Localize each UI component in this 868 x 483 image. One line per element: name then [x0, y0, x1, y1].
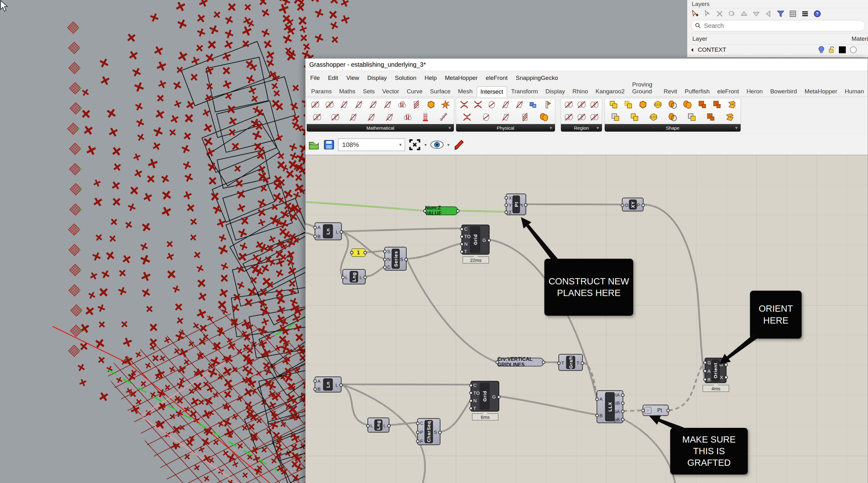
menu-display[interactable]: Display: [363, 73, 391, 83]
series-in-N[interactable]: [383, 258, 386, 261]
physical-icon-7[interactable]: [541, 99, 552, 110]
gh-node-orient[interactable]: OrientGABGX: [705, 358, 726, 383]
shape-icon-9[interactable]: [726, 99, 737, 110]
gh-canvas[interactable]: PtXYZPtXYOPLnABLSeriesSNCSLngLLGridCTONT…: [306, 155, 868, 483]
tab-rhino[interactable]: Rhino: [569, 86, 592, 96]
gh-param-node-ptparam[interactable]: ↑Pt: [643, 405, 669, 416]
llx-in-A[interactable]: [595, 397, 599, 401]
layers-search-input[interactable]: [703, 22, 861, 30]
mathematical-icon-1[interactable]: [310, 99, 320, 110]
save-file-icon[interactable]: [323, 138, 335, 151]
gh-node-grid2[interactable]: GridCTONTG: [470, 381, 499, 411]
tab-display[interactable]: Display: [542, 86, 568, 96]
tab-intersect[interactable]: Intersect: [477, 86, 507, 97]
orient-out-X[interactable]: [724, 375, 728, 379]
mathematical-icon-3[interactable]: [339, 99, 349, 110]
physical-icon-15[interactable]: [539, 112, 549, 122]
tab-kangaroo2[interactable]: Kangaroo2: [592, 86, 628, 96]
region-icon-2[interactable]: [576, 99, 587, 110]
xy-out-P[interactable]: [641, 204, 645, 207]
shape-icon-3[interactable]: [638, 99, 648, 110]
lng2-in-L[interactable]: [366, 424, 370, 428]
shape-icon-17[interactable]: [724, 112, 735, 122]
gh-node-lng2[interactable]: LngLL: [368, 418, 390, 432]
numz-in[interactable]: [423, 209, 427, 213]
shape-icon-2[interactable]: [623, 99, 633, 110]
group-expand-caret[interactable]: ▼: [596, 125, 600, 130]
crv-in[interactable]: [496, 361, 499, 364]
shape-icon-8[interactable]: [712, 99, 722, 110]
gh-node-llx[interactable]: LLXABtAtBpApB: [597, 390, 623, 423]
unlocked-padlock-icon[interactable]: [828, 46, 835, 54]
physical-icon-11[interactable]: [462, 112, 472, 122]
lng2-out-L[interactable]: [387, 424, 391, 428]
gh-node-ln2[interactable]: LnABL: [315, 376, 341, 393]
tab-maths[interactable]: Maths: [336, 86, 359, 96]
group-expand-caret[interactable]: ▼: [734, 125, 738, 130]
mathematical-icon-9[interactable]: [426, 99, 436, 110]
menu-metahopper[interactable]: MetaHopper: [441, 73, 482, 83]
mathematical-icon-7[interactable]: [397, 99, 407, 110]
table-icon[interactable]: [789, 10, 797, 18]
menu-edit[interactable]: Edit: [324, 73, 342, 83]
gh-node-series[interactable]: SeriesSNCS: [384, 247, 407, 271]
llx-out-tB[interactable]: [621, 402, 624, 405]
tab-elefront[interactable]: eleFront: [714, 86, 742, 96]
tab-human[interactable]: Human: [841, 86, 867, 96]
series-out-S[interactable]: [404, 258, 408, 261]
tab-heron[interactable]: Heron: [743, 86, 766, 96]
physical-icon-6[interactable]: [528, 99, 538, 110]
gh-param-capsule-numz[interactable]: Num:Z VALUE: [425, 206, 458, 215]
orient-out-G[interactable]: [724, 363, 728, 367]
mathematical-icon-15[interactable]: [384, 112, 395, 122]
menu-help[interactable]: Help: [421, 73, 441, 83]
mathematical-icon-10[interactable]: [440, 99, 451, 110]
move-down-icon[interactable]: [752, 10, 760, 18]
select-layer-icon[interactable]: [703, 10, 712, 18]
layer-color-swatch[interactable]: [839, 46, 846, 53]
mathematical-icon-18[interactable]: [438, 112, 449, 122]
preview-eye-icon[interactable]: [430, 140, 444, 150]
shape-icon-4[interactable]: [653, 99, 663, 110]
menu-file[interactable]: File: [306, 73, 324, 83]
xy-in-O[interactable]: [621, 204, 624, 207]
llx-out-pA[interactable]: [621, 410, 624, 413]
chevron-down-icon[interactable]: ▾: [447, 142, 450, 147]
one-out[interactable]: [364, 251, 367, 254]
mathematical-icon-2[interactable]: [324, 99, 335, 110]
gh-param-capsule-crv[interactable]: Crv:VERTICAL GRIDLINES: [497, 358, 544, 367]
shape-icon-7[interactable]: [697, 99, 708, 110]
tab-bowerbird[interactable]: Bowerbird: [767, 86, 801, 96]
physical-icon-12[interactable]: [481, 112, 491, 122]
delete-layer-icon[interactable]: [716, 10, 724, 18]
pt-out-Pt[interactable]: [524, 203, 527, 207]
region-icon-12[interactable]: [576, 112, 587, 122]
gh-node-ln1[interactable]: LnABL: [315, 222, 342, 240]
one-in[interactable]: [350, 251, 353, 254]
ln1-in-B[interactable]: [313, 235, 317, 238]
graft-out-T[interactable]: [581, 362, 584, 365]
menu-icon[interactable]: [801, 10, 809, 18]
mathematical-icon-12[interactable]: [330, 112, 341, 122]
gh-node-grid1[interactable]: GridCTONTG: [461, 225, 490, 255]
crv-out[interactable]: [542, 361, 545, 364]
grid2-out-G[interactable]: [497, 395, 500, 399]
tab-revit[interactable]: Revit: [660, 86, 681, 96]
grid1-in-T[interactable]: [460, 250, 464, 253]
gh-node-graft[interactable]: GraftTT: [558, 354, 583, 371]
charseq-out-S[interactable]: [438, 431, 442, 434]
tab-proving-ground[interactable]: Proving Ground: [628, 80, 659, 96]
move-up-icon[interactable]: [740, 10, 748, 18]
physical-icon-14[interactable]: [520, 112, 530, 122]
physical-icon-13[interactable]: [500, 112, 511, 122]
menu-snappinggecko[interactable]: SnappingGecko: [512, 73, 562, 83]
charseq-in-C[interactable]: [416, 422, 420, 425]
mathematical-icon-13[interactable]: [348, 112, 359, 122]
physical-icon-1[interactable]: [459, 99, 469, 110]
ln2-out-L[interactable]: [339, 383, 343, 387]
menu-view[interactable]: View: [342, 73, 363, 83]
llx-out-tA[interactable]: [621, 393, 624, 397]
ptparam-in[interactable]: [641, 409, 645, 412]
ln1-out-L[interactable]: [340, 230, 343, 234]
llx-in-B[interactable]: [595, 414, 599, 417]
